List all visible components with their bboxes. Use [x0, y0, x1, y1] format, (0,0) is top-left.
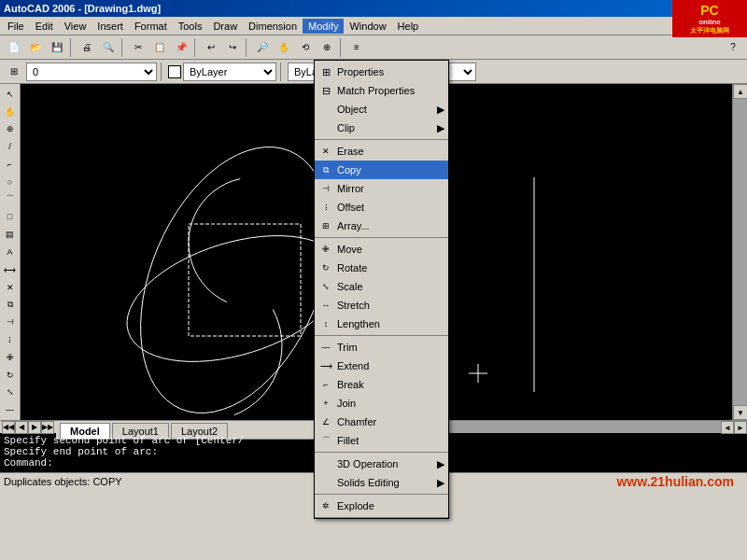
menu-rotate[interactable]: ↻ Rotate [315, 259, 448, 277]
menu-draw[interactable]: Draw [207, 19, 243, 34]
nav-first-btn[interactable]: ◀◀ [2, 421, 15, 434]
menu-section-5: 3D Operation ▶ Solids Editing ▶ [315, 453, 448, 495]
menu-insert[interactable]: Insert [92, 19, 129, 34]
tool-offset[interactable]: ⫶ [2, 331, 19, 348]
preview-btn[interactable]: 🔍 [98, 37, 119, 58]
menu-match-properties[interactable]: ⊟ Match Properties [315, 81, 448, 100]
tool-polyline[interactable]: ⌐ [2, 156, 19, 173]
tool-hatch[interactable]: ▤ [2, 226, 19, 243]
nav-next-btn[interactable]: ▶ [28, 421, 41, 434]
tool-erase[interactable]: ✕ [2, 279, 19, 296]
menu-format[interactable]: Format [129, 19, 173, 34]
tool-line[interactable]: / [2, 138, 19, 155]
menu-array[interactable]: ⊞ Array... [315, 217, 448, 235]
nav-last-btn[interactable]: ▶▶ [41, 421, 54, 434]
menu-properties[interactable]: ⊞ Properties [315, 63, 448, 81]
tool-select[interactable]: ↖ [2, 86, 19, 103]
print-btn[interactable]: 🖨 [77, 37, 97, 58]
right-scrollbar[interactable]: ▲ ▼ [732, 84, 747, 420]
tool-text[interactable]: A [2, 244, 19, 260]
tool-dim[interactable]: ⟷ [2, 261, 19, 278]
menu-fillet[interactable]: ⌒ Fillet [315, 431, 448, 450]
tool-rotate[interactable]: ↻ [2, 367, 19, 384]
nav-prev-btn[interactable]: ◀ [15, 421, 28, 434]
open-btn[interactable]: 📂 [25, 37, 46, 58]
logo-pc: PC [700, 3, 718, 18]
logo-text: online [698, 18, 721, 26]
undo-btn[interactable]: ↩ [201, 37, 221, 58]
menu-3d-operation[interactable]: 3D Operation ▶ [315, 455, 448, 473]
new-btn[interactable]: 📄 [4, 37, 24, 58]
menu-explode[interactable]: ✲ Explode [315, 497, 448, 515]
scroll-right-btn[interactable]: ► [734, 421, 747, 434]
menu-offset[interactable]: ⫶ Offset [315, 198, 448, 217]
menu-erase[interactable]: ✕ Erase [315, 142, 448, 161]
scroll-left-btn[interactable]: ◄ [721, 421, 734, 434]
scroll-up-btn[interactable]: ▲ [733, 84, 747, 99]
tool-pan[interactable]: ✋ [2, 104, 19, 120]
layer-props-btn[interactable]: ⊞ [4, 62, 24, 82]
tool-rect[interactable]: □ [2, 209, 19, 226]
tool-move[interactable]: ✙ [2, 349, 19, 366]
menu-view[interactable]: View [59, 19, 92, 34]
layer-selector[interactable]: 0 [26, 63, 157, 81]
scroll-track-right[interactable] [733, 99, 747, 405]
save-btn[interactable]: 💾 [47, 37, 67, 58]
menu-window[interactable]: Window [344, 19, 391, 34]
menu-file[interactable]: File [2, 19, 30, 34]
paste-btn[interactable]: 📌 [171, 37, 191, 58]
tool-circle[interactable]: ○ [2, 174, 19, 190]
menu-extend-label: Extend [337, 360, 369, 371]
copy-btn[interactable]: 📋 [149, 37, 170, 58]
menu-object[interactable]: Object ▶ [315, 100, 448, 119]
menu-edit[interactable]: Edit [30, 19, 59, 34]
help-btn[interactable]: ? [723, 37, 743, 58]
redo-btn[interactable]: ↪ [222, 37, 243, 58]
menu-copy[interactable]: ⧉ Copy [315, 161, 448, 179]
menu-break[interactable]: ⌐ Break [315, 375, 448, 394]
menu-lengthen[interactable]: ↕ Lengthen [315, 315, 448, 333]
cut-btn[interactable]: ✂ [128, 37, 148, 58]
menu-solids-editing[interactable]: Solids Editing ▶ [315, 473, 448, 492]
menu-object-label: Object [337, 104, 367, 115]
tool-arc[interactable]: ⌒ [2, 191, 19, 208]
menu-stretch[interactable]: ↔ Stretch [315, 296, 448, 315]
tool-scale[interactable]: ⤡ [2, 385, 19, 401]
scroll-down-btn[interactable]: ▼ [733, 405, 747, 420]
toolbar-main: 📄 📂 💾 🖨 🔍 ✂ 📋 📌 ↩ ↪ 🔎 ✋ ⟲ ⊕ ≡ ? [0, 35, 747, 60]
logo-sub: 太平洋电脑网 [690, 26, 729, 35]
sep6 [161, 63, 164, 81]
menu-chamfer[interactable]: ∠ Chamfer [315, 413, 448, 431]
props-btn[interactable]: ≡ [346, 37, 367, 58]
menu-move[interactable]: ✙ Move [315, 240, 448, 259]
menu-scale[interactable]: ⤡ Scale [315, 277, 448, 296]
zoom-ext-btn[interactable]: ⊕ [317, 37, 337, 58]
zoom-prev-btn[interactable]: ⟲ [295, 37, 316, 58]
menu-mirror-label: Mirror [337, 183, 364, 194]
pan-btn[interactable]: ✋ [274, 37, 294, 58]
menu-trim[interactable]: — Trim [315, 338, 448, 357]
tool-copy[interactable]: ⧉ [2, 297, 19, 314]
left-toolpanel: ↖ ✋ ⊕ / ⌐ ○ ⌒ □ ▤ A ⟷ ✕ ⧉ ⊣ ⫶ ✙ ↻ ⤡ — [0, 84, 21, 420]
menu-match-label: Match Properties [337, 85, 415, 96]
offset-icon: ⫶ [318, 200, 333, 215]
tool-mirror[interactable]: ⊣ [2, 314, 19, 330]
tool-trim[interactable]: — [2, 401, 19, 418]
3d-arrow: ▶ [437, 458, 444, 470]
menu-help[interactable]: Help [392, 19, 425, 34]
menu-mirror[interactable]: ⊣ Mirror [315, 179, 448, 198]
object-icon [318, 102, 333, 117]
menu-join[interactable]: + Join [315, 394, 448, 413]
menu-tools[interactable]: Tools [173, 19, 208, 34]
color-selector[interactable]: ByLayer [183, 63, 276, 81]
menu-lengthen-label: Lengthen [337, 318, 380, 329]
menu-clip[interactable]: Clip ▶ [315, 119, 448, 137]
zoom-btn[interactable]: 🔎 [252, 37, 273, 58]
color-swatch[interactable] [168, 65, 181, 78]
menu-modify[interactable]: Modify [303, 19, 344, 34]
menu-dimension[interactable]: Dimension [243, 19, 303, 34]
tool-snap[interactable]: ⊕ [2, 121, 19, 138]
sep3 [194, 38, 198, 57]
menu-extend[interactable]: ⟶ Extend [315, 357, 448, 375]
solids-arrow: ▶ [437, 477, 444, 489]
